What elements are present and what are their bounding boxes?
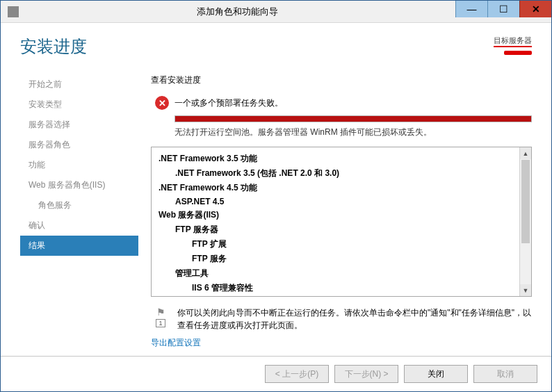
scroll-down-icon[interactable]: ▼ bbox=[520, 284, 531, 296]
scrollbar[interactable]: ▲ ▼ bbox=[519, 147, 531, 296]
export-row: 导出配置设置 bbox=[151, 332, 532, 349]
page-title: 安装进度 bbox=[20, 35, 87, 58]
body: 开始之前 安装类型 服务器选择 服务器角色 功能 Web 服务器角色(IIS) … bbox=[1, 62, 551, 356]
tree-item: Web 服务器(IIS) bbox=[159, 208, 517, 222]
window-controls: — ☐ ✕ bbox=[455, 1, 551, 22]
maximize-button[interactable]: ☐ bbox=[487, 1, 519, 17]
header: 安装进度 目标服务器 bbox=[1, 23, 551, 62]
feature-tree: .NET Framework 3.5 功能 .NET Framework 3.5… bbox=[151, 147, 532, 297]
info-text: 你可以关闭此向导而不中断正在运行的任务。请依次单击命令栏中的"通知"和"任务详细… bbox=[177, 307, 532, 332]
task-count-badge: 1 bbox=[156, 319, 165, 327]
close-wizard-button[interactable]: 关闭 bbox=[404, 365, 468, 383]
app-icon bbox=[8, 6, 19, 17]
error-message: 一个或多个预部署任务失败。 bbox=[174, 97, 283, 109]
sidebar: 开始之前 安装类型 服务器选择 服务器角色 功能 Web 服务器角色(IIS) … bbox=[20, 62, 138, 356]
sidebar-item-server-select: 服务器选择 bbox=[20, 115, 138, 135]
close-button[interactable]: ✕ bbox=[519, 1, 551, 17]
tree-item: IIS 6 管理控制台 bbox=[159, 295, 517, 296]
footer: < 上一步(P) 下一步(N) > 关闭 取消 bbox=[1, 356, 551, 391]
wizard-window: 添加角色和功能向导 — ☐ ✕ 安装进度 目标服务器 开始之前 安装类型 服务器… bbox=[0, 0, 552, 392]
prev-button[interactable]: < 上一步(P) bbox=[265, 365, 329, 383]
flag-icon: ⚑ bbox=[156, 307, 165, 318]
scroll-up-icon[interactable]: ▲ bbox=[520, 147, 531, 159]
export-config-link[interactable]: 导出配置设置 bbox=[151, 338, 201, 348]
sidebar-item-results[interactable]: 结果 bbox=[20, 236, 138, 256]
sidebar-item-web-role: Web 服务器角色(IIS) bbox=[20, 175, 138, 195]
sidebar-item-features: 功能 bbox=[20, 155, 138, 175]
tree-item: 管理工具 bbox=[159, 266, 517, 281]
cancel-button[interactable]: 取消 bbox=[473, 365, 537, 383]
sidebar-item-role-services: 角色服务 bbox=[20, 195, 138, 215]
tree-item: .NET Framework 3.5 功能 bbox=[159, 152, 517, 166]
sidebar-item-install-type: 安装类型 bbox=[20, 95, 138, 115]
feature-tree-viewport: .NET Framework 3.5 功能 .NET Framework 3.5… bbox=[152, 147, 519, 296]
window-title: 添加角色和功能向导 bbox=[19, 6, 455, 18]
tree-item: FTP 服务器 bbox=[159, 222, 517, 237]
tree-item: .NET Framework 3.5 (包括 .NET 2.0 和 3.0) bbox=[159, 166, 517, 181]
main-panel: 查看安装进度 ✕ 一个或多个预部署任务失败。 无法打开运行空间池。服务器管理器 … bbox=[138, 62, 532, 356]
titlebar: 添加角色和功能向导 — ☐ ✕ bbox=[1, 1, 551, 23]
sidebar-item-confirm: 确认 bbox=[20, 215, 138, 236]
error-detail: 无法打开运行空间池。服务器管理器 WinRM 插件可能已损坏或丢失。 bbox=[174, 126, 532, 138]
tree-item: ASP.NET 4.5 bbox=[159, 195, 517, 208]
sidebar-item-before: 开始之前 bbox=[20, 74, 138, 95]
tree-item: FTP 服务 bbox=[159, 252, 517, 266]
info-row: ⚑ 1 你可以关闭此向导而不中断正在运行的任务。请依次单击命令栏中的"通知"和"… bbox=[151, 307, 532, 332]
target-server-label: 目标服务器 bbox=[494, 35, 532, 47]
next-button[interactable]: 下一步(N) > bbox=[334, 365, 398, 383]
sidebar-item-server-roles: 服务器角色 bbox=[20, 135, 138, 155]
view-progress-label: 查看安装进度 bbox=[151, 74, 532, 86]
minimize-button[interactable]: — bbox=[455, 1, 487, 17]
error-row: ✕ 一个或多个预部署任务失败。 bbox=[155, 96, 532, 110]
info-icon-group: ⚑ 1 bbox=[151, 307, 170, 332]
tree-item: FTP 扩展 bbox=[159, 237, 517, 252]
target-server: 目标服务器 bbox=[494, 35, 532, 56]
error-icon: ✕ bbox=[155, 96, 169, 110]
tree-item: IIS 6 管理兼容性 bbox=[159, 281, 517, 295]
scroll-thumb[interactable] bbox=[521, 160, 530, 243]
tree-item: .NET Framework 4.5 功能 bbox=[159, 181, 517, 195]
target-server-name bbox=[494, 48, 532, 56]
progress-bar-failed bbox=[174, 115, 532, 122]
